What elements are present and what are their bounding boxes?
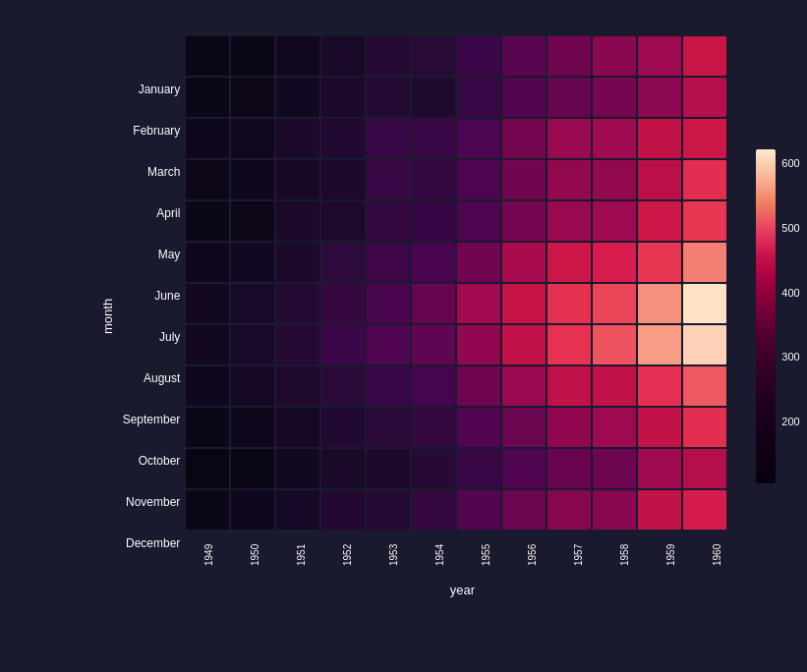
heatmap-cell xyxy=(457,325,500,364)
heatmap-cell xyxy=(502,243,546,282)
heatmap-cell xyxy=(186,449,229,488)
heatmap-cell xyxy=(367,36,410,76)
heatmap-cell xyxy=(457,284,500,323)
heatmap-cell xyxy=(548,284,591,323)
heatmap-cell xyxy=(548,36,591,76)
heatmap-cell xyxy=(321,490,365,530)
chart-area: month JanuaryFebruaryMarchAprilMayJuneJu… xyxy=(100,36,777,597)
heatmap-cell xyxy=(502,119,546,158)
heatmap-cell xyxy=(683,284,726,323)
heatmap-cell xyxy=(231,366,274,406)
heatmap-cell xyxy=(186,36,229,76)
heatmap-cell xyxy=(593,243,636,282)
col-label: 1951 xyxy=(279,535,322,575)
heatmap-cell xyxy=(593,490,636,530)
heatmap-cell xyxy=(412,284,455,323)
heatmap-cell xyxy=(276,243,319,282)
heatmap-cell xyxy=(683,243,726,282)
row-label: November xyxy=(123,482,181,522)
col-label: 1952 xyxy=(325,535,369,575)
left-section: JanuaryFebruaryMarchAprilMayJuneJulyAugu… xyxy=(123,70,187,563)
heatmap-cell xyxy=(548,201,591,241)
col-label: 1955 xyxy=(464,535,507,575)
heatmap-cell xyxy=(548,325,591,364)
heatmap-cell xyxy=(321,78,365,117)
y-axis-label: month xyxy=(100,81,115,552)
heatmap-cell xyxy=(548,366,591,406)
heatmap-cell xyxy=(321,160,365,199)
heatmap-cell xyxy=(638,325,681,364)
heatmap-cell xyxy=(457,408,500,447)
heatmap-cell xyxy=(276,119,319,158)
row-label: August xyxy=(123,359,181,398)
row-label: September xyxy=(123,400,181,439)
heatmap-cell xyxy=(186,119,229,158)
legend-label: 600 xyxy=(781,157,799,169)
heatmap-cell xyxy=(638,366,681,406)
heatmap-cell xyxy=(593,36,636,76)
heatmap-cell xyxy=(367,284,410,323)
heatmap-cell xyxy=(231,284,274,323)
heatmap-cell xyxy=(276,408,319,447)
heatmap-cell xyxy=(321,449,365,488)
heatmap-cell xyxy=(412,201,455,241)
row-label: January xyxy=(123,70,181,109)
heatmap-cell xyxy=(186,201,229,241)
col-label: 1958 xyxy=(603,535,646,575)
heatmap-cell xyxy=(457,119,500,158)
heatmap-cell xyxy=(683,490,726,530)
row-label: October xyxy=(123,441,181,480)
heatmap-cell xyxy=(367,366,410,406)
heatmap-cell xyxy=(231,490,274,530)
heatmap-cell xyxy=(638,243,681,282)
heatmap-cell xyxy=(412,119,455,158)
heatmap-cell xyxy=(548,490,591,530)
heatmap-cell xyxy=(412,36,455,76)
heatmap-cell xyxy=(321,36,365,76)
row-label: March xyxy=(123,152,181,192)
heatmap-cell xyxy=(367,201,410,241)
heatmap-cell xyxy=(457,243,500,282)
heatmap-cell xyxy=(186,325,229,364)
heatmap-cell xyxy=(231,243,274,282)
heatmap-cell xyxy=(367,243,410,282)
heatmap-cell xyxy=(683,366,726,406)
heatmap-cell xyxy=(412,160,455,199)
heatmap-cell xyxy=(638,490,681,530)
heatmap-cell xyxy=(186,243,229,282)
row-label: December xyxy=(123,524,181,563)
legend-label: 400 xyxy=(781,287,799,299)
x-axis-title: year xyxy=(450,583,475,597)
heatmap-cell xyxy=(457,490,500,530)
heatmap-cell xyxy=(683,449,726,488)
heatmap-cell xyxy=(457,36,500,76)
heatmap-cell xyxy=(321,119,365,158)
heatmap-cell xyxy=(502,78,546,117)
heatmap-cell xyxy=(412,490,455,530)
heatmap-cell xyxy=(321,284,365,323)
heatmap-cell xyxy=(321,366,365,406)
heatmap-cell xyxy=(457,160,500,199)
heatmap-cell xyxy=(367,160,410,199)
heatmap-cell xyxy=(321,408,365,447)
chart-container: month JanuaryFebruaryMarchAprilMayJuneJu… xyxy=(0,0,807,672)
col-label: 1954 xyxy=(418,535,461,575)
heatmap-cell xyxy=(231,78,274,117)
heatmap-cell xyxy=(276,490,319,530)
heatmap-cell xyxy=(638,408,681,447)
heatmap-cell xyxy=(186,284,229,323)
heatmap-cell xyxy=(502,201,546,241)
heatmap-cell xyxy=(412,366,455,406)
col-label: 1949 xyxy=(187,535,230,575)
heatmap-grid xyxy=(186,36,738,530)
heatmap-cell xyxy=(502,366,546,406)
heatmap-cell xyxy=(231,201,274,241)
heatmap-cell xyxy=(683,78,726,117)
col-label: 1953 xyxy=(372,535,415,575)
heatmap-cell xyxy=(457,201,500,241)
col-label: 1959 xyxy=(649,535,692,575)
heatmap-cell xyxy=(367,490,410,530)
heatmap-cell xyxy=(502,284,546,323)
heatmap-cell xyxy=(321,325,365,364)
col-label: 1956 xyxy=(510,535,553,575)
